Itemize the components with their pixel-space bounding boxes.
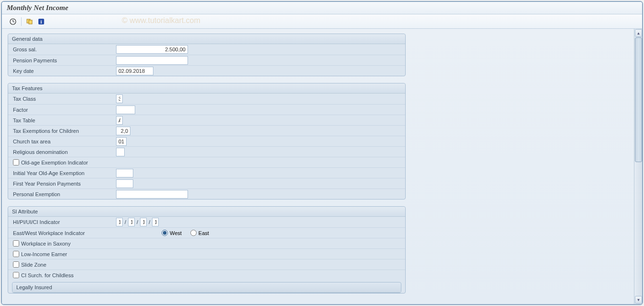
checkbox-slide-zone[interactable] <box>13 261 19 268</box>
window-title: Monthly Net Income <box>7 4 68 12</box>
group-title-si: SI Attribute <box>8 207 405 217</box>
info-button[interactable]: i <box>36 16 47 27</box>
label-personal-exemption: Personal Exemption <box>13 191 116 197</box>
input-ui[interactable] <box>140 218 147 226</box>
input-factor[interactable] <box>116 106 135 114</box>
label-saxony: Workplace in Saxony <box>21 241 70 247</box>
input-church-tax-area[interactable] <box>116 137 127 146</box>
execute-button[interactable] <box>8 16 18 27</box>
content-area[interactable]: General data Gross sal. Pension Payments… <box>2 29 634 304</box>
radio-east[interactable] <box>190 230 197 236</box>
radio-west[interactable] <box>162 230 168 236</box>
checkbox-ci-surcharge-childless[interactable] <box>13 272 19 278</box>
input-personal-exemption[interactable] <box>116 190 188 199</box>
input-key-date[interactable] <box>116 67 153 75</box>
label-tax-table: Tax Table <box>13 118 116 123</box>
window: Monthly Net Income i © www.tutorialkart.… <box>1 1 643 305</box>
variant-button[interactable] <box>24 16 35 27</box>
checkbox-low-income[interactable] <box>13 251 19 257</box>
input-pi[interactable] <box>128 218 135 226</box>
label-east-west: East/West Workplace Indicator <box>13 230 162 236</box>
label-tax-exempt-children: Tax Exemptions for Children <box>13 128 116 134</box>
label-religion: Religious denomination <box>13 149 116 155</box>
group-general-data: General data Gross sal. Pension Payments… <box>8 34 406 76</box>
input-hi[interactable] <box>116 218 123 226</box>
checkbox-old-age-exemption[interactable] <box>13 159 19 165</box>
label-pension-payments: Pension Payments <box>13 58 116 63</box>
scroll-up-button[interactable]: ▲ <box>635 29 642 37</box>
svg-text:i: i <box>41 19 42 24</box>
label-west: West <box>170 230 182 236</box>
label-ci-surcharge-childless: CI Surch. for Childless <box>21 272 73 278</box>
svg-line-2 <box>13 22 14 22</box>
watermark: © www.tutorialkart.com <box>122 16 200 25</box>
group-si-attribute: SI Attribute HI/PI/UI/CI Indicator / / /… <box>8 206 406 294</box>
variant-icon <box>26 18 34 25</box>
label-gross-sal: Gross sal. <box>13 47 116 52</box>
toolbar: i © www.tutorialkart.com <box>2 14 642 29</box>
group-tax-features: Tax Features Tax Class Factor Tax Table <box>8 83 406 200</box>
label-tax-class: Tax Class <box>13 96 116 102</box>
label-low-income: Low-Income Earner <box>21 251 67 257</box>
execute-icon <box>9 18 17 25</box>
title-bar: Monthly Net Income <box>2 2 642 14</box>
input-tax-class[interactable] <box>116 94 123 103</box>
group-title-general: General data <box>8 34 405 44</box>
input-ci[interactable] <box>152 218 159 226</box>
input-religion[interactable] <box>116 148 125 156</box>
input-tax-exempt-children[interactable] <box>116 127 130 135</box>
scroll-thumb[interactable] <box>635 37 642 162</box>
checkbox-saxony[interactable] <box>13 240 19 247</box>
content-wrap: General data Gross sal. Pension Payments… <box>2 29 642 304</box>
vertical-scrollbar[interactable]: ▲ ▼ <box>634 29 642 304</box>
label-si-indicator: HI/PI/UI/CI Indicator <box>13 219 116 225</box>
label-key-date: Key date <box>13 68 116 74</box>
label-old-age-exemption: Old-age Exemption Indicator <box>21 160 88 165</box>
input-gross-sal[interactable] <box>116 45 188 54</box>
label-slide-zone: Slide Zone <box>21 262 47 268</box>
subgroup-title-legally-insured: Legally Insured <box>12 282 401 293</box>
label-first-year-pension: First Year Pension Payments <box>13 181 116 187</box>
group-title-tax: Tax Features <box>8 83 405 94</box>
input-pension-payments[interactable] <box>116 56 188 65</box>
scroll-down-button[interactable]: ▼ <box>635 296 642 304</box>
input-init-year-oldage[interactable] <box>116 169 133 177</box>
input-first-year-pension[interactable] <box>116 179 133 188</box>
slash-2: / <box>137 219 138 225</box>
label-church-tax-area: Church tax area <box>13 139 116 144</box>
slash-3: / <box>149 219 150 225</box>
slash-1: / <box>125 219 126 225</box>
label-factor: Factor <box>13 107 116 113</box>
label-east: East <box>199 230 209 236</box>
svg-rect-4 <box>29 20 32 24</box>
input-tax-table[interactable] <box>116 116 123 125</box>
subgroup-legally-insured: Legally Insured <box>12 282 401 293</box>
info-icon: i <box>37 18 45 25</box>
toolbar-separator <box>21 17 22 26</box>
label-init-year-oldage: Initial Year Old-Age Exemption <box>13 170 116 176</box>
